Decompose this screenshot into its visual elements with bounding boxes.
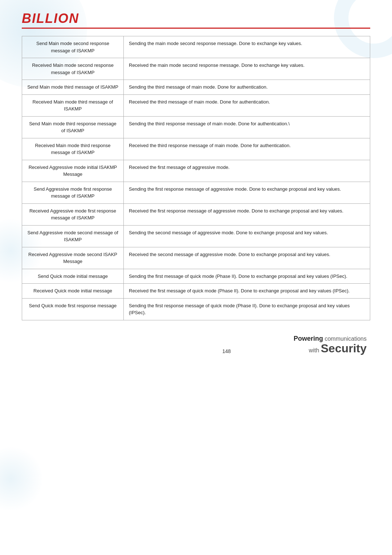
table-cell-left-4: Send Main mode third response message of… [22,116,124,138]
logo-text: BILLION [22,11,370,26]
table-cell-right-1: Received the main mode second response m… [124,58,370,80]
table-row: Send Main mode second response message o… [22,36,370,58]
table-row: Received Aggressive mode initial ISAKMP … [22,160,370,182]
table-cell-left-11: Send Quick mode initial message [22,269,124,284]
table-row: Send Aggressive mode second message of I… [22,225,370,247]
footer: 148 Powering communications with Securit… [22,335,370,354]
table-cell-left-3: Received Main mode third message of ISAK… [22,94,124,116]
table-cell-right-10: Received the second message of aggressiv… [124,247,370,269]
table-cell-right-12: Received the first message of quick mode… [124,284,370,299]
bg-decoration-circle-bottom [0,446,44,511]
footer-brand-line1: Powering communications [294,335,367,343]
table-cell-left-13: Send Quick mode first response message [22,298,124,320]
table-row: Send Main mode third response message of… [22,116,370,138]
table-cell-right-11: Sending the first message of quick mode … [124,269,370,284]
table-cell-right-2: Sending the third message of main mode. … [124,80,370,95]
table-row: Send Main mode third message of ISAKMPSe… [22,80,370,95]
table-cell-left-0: Send Main mode second response message o… [22,36,124,58]
footer-brand-line2: with Security [294,343,367,354]
table-row: Received Main mode second response messa… [22,58,370,80]
table-cell-right-9: Sending the second message of aggressive… [124,225,370,247]
table-cell-left-9: Send Aggressive mode second message of I… [22,225,124,247]
table-cell-right-0: Sending the main mode second response me… [124,36,370,58]
footer-brand-with: with [309,347,321,353]
table-cell-right-8: Received the first response message of a… [124,203,370,225]
logo-area: BILLION [22,11,370,29]
table-cell-left-2: Send Main mode third message of ISAKMP [22,80,124,95]
table-cell-right-5: Received the third response message of m… [124,138,370,160]
table-row: Received Main mode third message of ISAK… [22,94,370,116]
table-cell-left-8: Received Aggressive mode first response … [22,203,124,225]
main-table: Send Main mode second response message o… [22,36,370,320]
table-cell-left-12: Received Quick mode initial message [22,284,124,299]
table-row: Send Aggressive mode first response mess… [22,182,370,203]
logo-underline [22,28,370,29]
table-cell-left-1: Received Main mode second response messa… [22,58,124,80]
footer-brand-security: Security [321,342,367,355]
table-cell-left-10: Received Aggressive mode second ISAKP Me… [22,247,124,269]
table-row: Received Aggressive mode second ISAKP Me… [22,247,370,269]
table-cell-right-4: Sending the third response message of ma… [124,116,370,138]
footer-page-number: 148 [159,348,293,354]
table-row: Received Aggressive mode first response … [22,203,370,225]
footer-brand-powering: Powering [294,335,323,342]
table-cell-right-7: Sending the first response message of ag… [124,182,370,203]
table-row: Received Quick mode initial messageRecei… [22,284,370,299]
table-cell-left-5: Received Main mode third response messag… [22,138,124,160]
footer-brand: Powering communications with Security [294,335,367,354]
table-cell-left-6: Received Aggressive mode initial ISAKMP … [22,160,124,182]
table-cell-right-6: Received the first message of aggressive… [124,160,370,182]
table-cell-right-3: Received the third message of main mode.… [124,94,370,116]
table-row: Received Main mode third response messag… [22,138,370,160]
footer-brand-communications: communications [324,336,367,342]
table-row: Send Quick mode initial messageSending t… [22,269,370,284]
table-cell-left-7: Send Aggressive mode first response mess… [22,182,124,203]
table-row: Send Quick mode first response messageSe… [22,298,370,320]
table-cell-right-13: Sending the first response message of qu… [124,298,370,320]
